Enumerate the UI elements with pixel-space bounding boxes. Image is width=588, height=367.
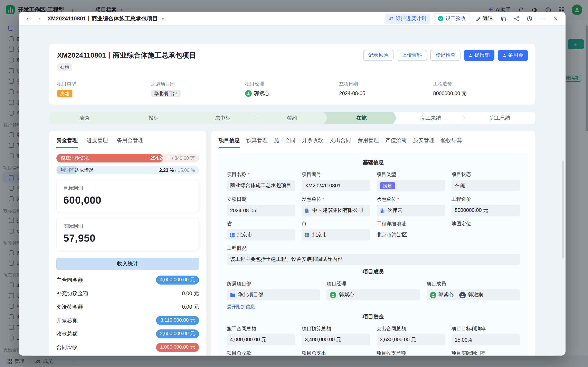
petty-cash-button[interactable]: 备用金 — [497, 50, 528, 61]
project-members-value[interactable]: 郭紫心 郭淑娴 — [426, 289, 520, 300]
project-stage-stepper: 洽谈 投标 未中标 签约 在施 完工未结 完工已结 — [49, 112, 535, 124]
manager-name: 郭紫心 — [254, 90, 270, 97]
tab-project-info[interactable]: 项目信息 — [219, 137, 240, 148]
tab-fund-management[interactable]: 资金管理 — [56, 137, 78, 148]
step-finished-unsettled[interactable]: 完工未结 — [393, 112, 466, 124]
project-type-badge: 房建 — [380, 182, 395, 189]
tab-petty-cash-management[interactable]: 备用金管理 — [117, 137, 144, 148]
budget-consumption-bar: 预算消耗情况 254.20 万/ 340.00 万 — [56, 154, 199, 162]
share-icon[interactable] — [511, 14, 521, 24]
screen: 开发工作区-工程型 + ≡ 项目档案 ▾ AI助手 ? — [0, 0, 588, 367]
construction-contract-total-value[interactable]: 4,000,000.00 元 — [227, 334, 295, 345]
project-actions: 记录风险 上传资料 登记检查 提报销 备用金 — [363, 50, 528, 61]
field-department: 所属项目部 华北项目部 展开附加信息 — [227, 280, 320, 310]
section-basic-info: 基础信息 — [227, 159, 520, 166]
project-status-value[interactable]: 在施 — [452, 180, 520, 191]
right-tabs: 项目信息 预算管理 施工合同 开票收款 支出合同 费用管理 产值洽商 质安管理 … — [219, 137, 528, 148]
avatar — [245, 90, 252, 97]
avatar — [459, 292, 466, 298]
city-value[interactable]: 北京市 — [302, 229, 370, 241]
field-total-expense: 项目总支出 2,542,050.00 元 — [302, 350, 370, 356]
next-record-button[interactable]: › — [35, 14, 44, 23]
actual-profit-card: 实际利润 57,950 — [56, 217, 199, 250]
field-target-profit-rate: 项目目标利润率 15.00% — [452, 325, 520, 345]
row-main-contract: 主合同金额 4,000,000.00 元 — [56, 273, 199, 287]
field-project-status: 项目状态 在施 — [452, 171, 520, 192]
edit-label: 编辑 — [483, 15, 493, 22]
modal-scrollbar[interactable] — [562, 160, 564, 259]
maintain-schedule-button[interactable]: 维护进度计划 — [385, 13, 430, 24]
step-finished-settled[interactable]: 完工已结 — [462, 112, 535, 124]
province-value[interactable]: 北京市 — [227, 229, 295, 241]
tab-expense-contract[interactable]: 支出合同 — [330, 137, 351, 148]
target-profit-rate-value[interactable]: 15.00% — [452, 334, 520, 345]
project-overview-value[interactable]: 该工程主要包括土建工程、设备安装和调试等内容 — [227, 254, 520, 265]
completion-acceptance-label: 竣工验收 — [445, 15, 466, 22]
project-name-value[interactable]: 商业综合体施工总承包项目 — [227, 180, 295, 191]
register-inspection-button[interactable]: 登记检查 — [430, 50, 460, 61]
history-clock-icon[interactable] — [525, 14, 535, 24]
edit-button[interactable]: 编辑 — [474, 13, 495, 24]
section-project-members: 项目成员 — [227, 268, 520, 275]
row-received-total: 收款总额 2,600,000.00 元 — [56, 327, 199, 341]
copy-icon[interactable] — [499, 14, 508, 24]
income-statistics-button[interactable]: 收入统计 — [56, 258, 199, 270]
close-icon[interactable]: × — [551, 14, 561, 24]
project-manager-value[interactable]: 郭紫心 — [327, 289, 420, 300]
contractor-company-value[interactable]: 伙伴云 — [376, 205, 445, 216]
step-bidding[interactable]: 投标 — [116, 112, 189, 124]
expense-claim-label: 提报销 — [474, 52, 490, 59]
detail-address-value[interactable]: 北京市海淀区 — [376, 229, 445, 241]
record-risk-button[interactable]: 记录风险 — [363, 50, 393, 61]
row-contract-receivable: 合同应收 1,000,000.00 元 — [56, 341, 199, 354]
owner-company-value[interactable]: 中国建筑集团有限公司 — [302, 205, 370, 216]
step-not-won[interactable]: 未中标 — [185, 112, 258, 124]
step-signed[interactable]: 签约 — [254, 112, 327, 124]
tab-acceptance-settlement[interactable]: 验收结算 — [441, 137, 462, 148]
maintain-schedule-label: 维护进度计划 — [396, 15, 426, 22]
step-in-construction[interactable]: 在施 — [324, 112, 397, 124]
budget-total-value[interactable]: 3,400,000.00 元 — [302, 334, 370, 345]
project-header-card: XM2024110801丨商业综合体施工总承包项目 在施 记录风险 上传资料 登… — [49, 44, 535, 105]
tab-invoice-collection[interactable]: 开票收款 — [302, 137, 323, 148]
expand-extra-info-link[interactable]: 展开附加信息 — [227, 304, 255, 310]
title-chevron-down-icon[interactable]: ▾ — [162, 17, 164, 21]
tab-output-negotiation[interactable]: 产值洽商 — [385, 137, 407, 148]
project-code-value[interactable]: XM2024110801 — [302, 180, 370, 191]
building-icon — [380, 208, 385, 213]
member-chip: 郭紫心 — [430, 292, 453, 298]
project-cost-value[interactable]: 8000000.00 元 — [452, 205, 520, 216]
more-actions-icon[interactable]: ··· — [538, 14, 547, 24]
target-profit-card: 目标利润 600,000 — [56, 180, 199, 212]
check-circle-icon — [438, 16, 443, 21]
meta-manager: 项目经理 郭紫心 — [245, 81, 339, 97]
profit-rate-bar: 利润率达成情况 2.23 %/ 15.00 % — [56, 166, 199, 174]
completion-acceptance-button[interactable]: 竣工验收 — [434, 13, 470, 24]
upload-file-button[interactable]: 上传资料 — [397, 50, 427, 61]
meta-project-type: 项目类型 房建 — [57, 81, 151, 97]
project-type-value[interactable]: 房建 — [376, 180, 445, 192]
tab-quality-safety[interactable]: 质安管理 — [413, 137, 434, 148]
fund-rows: 主合同金额 4,000,000.00 元 补充协议金额 0.00 元 变洽签金额… — [56, 273, 199, 354]
start-date-value[interactable]: 2024-08-05 — [227, 205, 295, 216]
department-value[interactable]: 华北项目部 — [227, 289, 320, 300]
meta-start-date: 立项日期 2024-08-05 — [339, 81, 433, 97]
prev-record-button[interactable]: ‹ — [23, 14, 32, 23]
tab-construction-contract[interactable]: 施工合同 — [274, 137, 295, 148]
expense-claim-button[interactable]: 提报销 — [464, 50, 494, 61]
tab-budget-management[interactable]: 预算管理 — [246, 137, 268, 148]
map-location-value[interactable] — [452, 229, 520, 241]
step-negotiation[interactable]: 洽谈 — [49, 112, 119, 124]
tab-fee-management[interactable]: 费用管理 — [358, 137, 379, 148]
field-city: 市 北京市 — [302, 220, 370, 241]
petty-cash-label: 备用金 — [508, 52, 523, 59]
project-meta: 项目类型 房建 所属项目部 华北项目部 项目经理 郭紫心 — [57, 81, 527, 97]
field-project-overview: 工程概况 该工程主要包括土建工程、设备安装和调试等内容 — [227, 245, 520, 265]
field-budget-total: 项目预算总额 3,400,000.00 元 — [302, 325, 370, 345]
amount-badge: 2,600,000.00 元 — [156, 329, 199, 338]
project-cost-value: 8000000.00 元 — [433, 90, 467, 97]
field-start-date: 立项日期 2024-08-05 — [227, 196, 295, 216]
building-icon — [305, 208, 310, 213]
tab-progress-management[interactable]: 进度管理 — [87, 137, 108, 148]
expense-contract-total-value[interactable]: 3,630,000.00 元 — [376, 334, 445, 345]
